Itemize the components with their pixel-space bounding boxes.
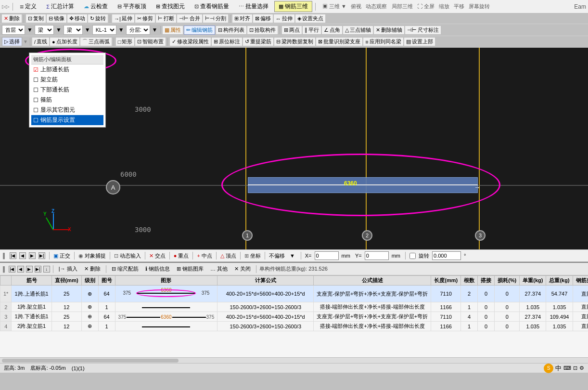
dropdown-item-2[interactable]: ☐ 下部通长筋 [31,85,103,95]
ortho-toggle[interactable]: ▣ 正交 [53,252,70,260]
coord-toggle[interactable]: ⊞ 坐标 [244,252,261,260]
dynamic-input-toggle[interactable]: ⊡ 动态输入 [114,252,141,260]
no-snap-toggle[interactable]: 不偏移 [269,252,285,260]
rotate-input[interactable] [432,251,461,260]
btn-mirror[interactable]: ⊟ 镜像 [47,14,66,23]
grid-line-v2 [366,48,367,249]
btn-merge[interactable]: ⊣⊢ 合并 [177,14,202,23]
btn-inplace-label[interactable]: ⊞ 原位标注 [212,38,242,46]
table-row[interactable]: 42跨.架立筋112⊕1150-2600/3+2600+150-2600/3搭接… [0,322,588,331]
rebar-btn-other[interactable]: … 其他 [208,265,230,273]
menu-calc[interactable]: Σ 汇总计算 [42,1,78,12]
btn-align[interactable]: ⊞ 对齐 [232,14,252,23]
menu-define[interactable]: ≡ 定义 [16,1,40,12]
btn-split[interactable]: ⊢⊣ 分割 [203,14,228,23]
nav-next-btn[interactable]: ▶| [38,252,45,259]
btn-member-list[interactable]: ⊟ 构件列表 [216,26,246,34]
dropdown-item-5[interactable]: ☐ 钢筋显示设置 [31,115,103,125]
table-row[interactable]: 21跨.架立筋112⊕1150-2600/3+2600+150-2600/3搭接… [0,302,588,312]
rotate-checkbox[interactable] [409,253,416,259]
btn-3pt-axis[interactable]: △ 三点辅轴 [343,26,373,34]
rebar-nav-next[interactable]: ▶| [35,266,41,273]
btn-copy[interactable]: ⊡ 复制 [26,14,46,23]
rebar-btn-insert[interactable]: |→ 插入 [56,265,80,273]
btn-rotate[interactable]: ↻ 旋转 [88,14,108,23]
btn-dim-label[interactable]: ⊣⊢ 尺寸标注 [405,26,441,34]
rebar-btn-close[interactable]: ✕ 关闭 [232,265,253,273]
btn-angle[interactable]: ∠ 点角 [322,26,342,34]
nav-prev-btn[interactable]: ◀ [19,252,26,259]
menu-3d-rebar[interactable]: ▦ 钢筋三维 [274,1,312,12]
element-type-select[interactable]: 梁 [35,25,54,35]
btn-offset[interactable]: ⊠ 偏移 [253,14,273,23]
member-select[interactable]: KL-1 [92,25,116,35]
menu-align[interactable]: ⊟ 平齐板顶 [114,1,150,12]
table-row[interactable]: 31跨.下通长筋125⊕643756360375400-20+15*d+5600… [0,312,588,322]
rebar-btn-gallery[interactable]: ⊞ 钢筋图库 [174,265,206,273]
cell-lap: 0 [478,302,495,312]
endpoint-toggle[interactable]: △ 顶点 [220,252,236,260]
cad-viewport[interactable]: 3000 6000 3000 6360 → 1 2 3 A 钢筋小/编辑面板 ☑… [0,48,588,249]
btn-mod-span[interactable]: ✓ 修改梁段属性 [170,38,211,46]
rebar-btn-scale[interactable]: ⊟ 缩尺配筋 [109,265,141,273]
rebar-table[interactable]: 筋号 直径(mm) 级别 图号 图形 计算公式 公式描述 长度(mm) 根数 搭… [0,275,588,357]
nav-first-btn[interactable]: |◀ [10,252,16,259]
btn-extend[interactable]: →| 延伸 [112,14,134,23]
dropdown-item-4[interactable]: ☐ 显示其它图元 [31,105,103,115]
btn-delete[interactable]: ✕ 删除 [2,14,22,23]
btn-point-length[interactable]: ● 点加长度 [50,38,79,46]
menu-find[interactable]: ⊞ 查找图元 [152,1,189,12]
btn-repick-rebar[interactable]: ↺ 重提梁筋 [243,38,273,46]
dropdown-item-1[interactable]: ☐ 架立筋 [31,75,103,85]
table-row[interactable]: 1*1跨.上通长筋125⊕64 375 6360 375 400-20+15*d… [0,286,588,302]
rebar-nav-first[interactable]: |◀ [9,266,15,273]
dropdown-item-3[interactable]: ☐ 箍筋 [31,95,103,105]
h-scrollbar[interactable] [0,357,588,363]
snap-toggle[interactable]: ◉ 对象捕捉 [78,252,106,260]
node-3: 3 [475,230,486,241]
btn-two-point[interactable]: ⊞ 两点 [282,26,302,34]
rebar-nav-prev[interactable]: ◀ [17,266,24,273]
y-input[interactable] [365,251,389,260]
btn-edit-rebar[interactable]: ✏ 编辑钢筋 [184,26,215,35]
menu-cloud[interactable]: ☁ 云检查 [80,1,112,12]
btn-del-axis[interactable]: ✕ 删除辅轴 [374,26,404,34]
nav-play-btn[interactable]: ▶ [29,252,36,259]
midpoint-toggle[interactable]: ● 重点 [174,252,189,260]
cell-shapeno: 64 [98,312,115,322]
btn-apply-same-name[interactable]: ≡ 应用到同名梁 [363,38,403,46]
rebar-btn-info[interactable]: ℹ 钢筋信息 [143,265,172,273]
rebar-btn-delete[interactable]: ✕ 删除 [82,265,103,273]
layer-select[interactable]: 首层 [2,25,25,35]
btn-batch-id-support[interactable]: ⊠ 批量识别梁支座 [316,38,362,46]
btn-select[interactable]: ▷ 选择 [2,37,22,46]
btn-trim[interactable]: ✂ 修剪 [135,14,155,23]
x-input[interactable] [315,251,339,260]
btn-set-grip[interactable]: ◈ 设置夹点 [295,14,325,23]
btn-move[interactable]: ✥ 移动 [67,14,87,23]
element-name-select[interactable]: 梁 [64,25,83,35]
cell-diameter: 12 [51,302,81,312]
rebar-nav-down[interactable]: ↓ [43,266,50,273]
btn-pick-member[interactable]: ⊡ 拾取构件 [247,26,278,34]
intersection-toggle[interactable]: ✕ 交点 [149,252,166,260]
btn-stretch[interactable]: ↔ 拉伸 [274,14,294,23]
rotate-label: 旋转 [419,252,429,260]
btn-property[interactable]: ▦ 属性 [163,26,183,34]
btn-copy-span[interactable]: ⊟ 梁跨数据复制 [274,38,315,46]
btn-arc[interactable]: ⌒ 三点画弧 [80,38,112,46]
btn-set-top[interactable]: ▤ 设置上部 [404,38,435,46]
sub-layer-select[interactable]: 分层1 [126,25,150,35]
btn-line[interactable]: / 直线 [32,38,49,46]
dropdown-item-0[interactable]: ☑ 上部通长筋 [31,65,103,75]
btn-break[interactable]: ⊢ 打断 [156,14,176,23]
btn-parallel[interactable]: ∥ 平行 [303,26,321,34]
expand-arrow[interactable]: ▷▷ [2,4,10,9]
cell-barno: 1跨.上通长筋1 [12,286,51,302]
menu-view-rebar[interactable]: ⊡ 查看钢筋量 [191,1,233,12]
btn-rect[interactable]: □ 矩形 [116,38,135,46]
rebar-nav-play[interactable]: ▶ [26,266,33,273]
btn-smart-layout[interactable]: ⊡ 智能布置 [135,38,166,46]
center-toggle[interactable]: + 中点 [197,252,212,260]
menu-batch[interactable]: ⋯ 批量选择 [235,1,272,12]
